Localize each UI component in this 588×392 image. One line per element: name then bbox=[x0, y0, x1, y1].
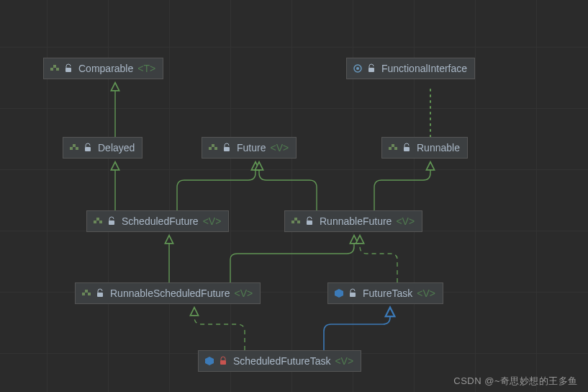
node-label: Delayed bbox=[98, 142, 135, 153]
interface-icon bbox=[291, 216, 301, 226]
svg-rect-26 bbox=[307, 220, 312, 225]
node-runnable-future[interactable]: RunnableFuture<V> bbox=[284, 210, 422, 232]
node-generic: <T> bbox=[137, 63, 155, 74]
svg-rect-30 bbox=[97, 293, 103, 297]
node-delayed[interactable]: Delayed bbox=[63, 137, 143, 159]
interface-icon bbox=[50, 63, 60, 74]
svg-rect-28 bbox=[85, 290, 88, 293]
svg-rect-18 bbox=[404, 147, 410, 151]
node-label: RunnableScheduledFuture bbox=[110, 288, 230, 299]
node-generic: <V> bbox=[270, 142, 289, 153]
class-icon bbox=[204, 356, 214, 366]
svg-point-5 bbox=[356, 67, 359, 70]
node-label: Future bbox=[237, 142, 266, 153]
svg-rect-31 bbox=[350, 293, 356, 297]
svg-rect-14 bbox=[224, 147, 230, 151]
node-runnable[interactable]: Runnable bbox=[381, 137, 468, 159]
svg-rect-2 bbox=[56, 68, 59, 71]
svg-rect-24 bbox=[294, 218, 297, 220]
svg-rect-0 bbox=[50, 68, 53, 71]
svg-rect-19 bbox=[94, 220, 96, 223]
unlock-icon bbox=[83, 143, 94, 153]
unlock-icon bbox=[348, 288, 358, 298]
node-scheduled-future-task[interactable]: ScheduledFutureTask<V> bbox=[198, 350, 361, 372]
node-comparable[interactable]: Comparable<T> bbox=[43, 58, 163, 79]
node-label: ScheduledFutureTask bbox=[233, 355, 330, 367]
svg-rect-29 bbox=[88, 293, 91, 295]
node-label: RunnableFuture bbox=[320, 215, 392, 227]
unlock-icon bbox=[305, 216, 315, 226]
node-label: Comparable bbox=[78, 63, 133, 74]
node-functional-interface[interactable]: FunctionalInterface bbox=[346, 58, 475, 79]
svg-rect-13 bbox=[214, 147, 217, 150]
class-icon bbox=[334, 288, 344, 298]
node-label: ScheduledFuture bbox=[122, 215, 199, 227]
svg-rect-3 bbox=[65, 68, 71, 72]
svg-rect-7 bbox=[70, 147, 73, 150]
svg-rect-32 bbox=[220, 360, 226, 365]
interface-icon bbox=[81, 288, 91, 298]
unlock-icon bbox=[367, 63, 377, 74]
unlock-icon bbox=[64, 63, 74, 74]
node-label: Runnable bbox=[417, 142, 460, 153]
svg-rect-25 bbox=[297, 220, 300, 223]
svg-rect-23 bbox=[291, 220, 294, 223]
svg-rect-12 bbox=[212, 144, 214, 147]
svg-rect-16 bbox=[392, 144, 394, 147]
node-label: FunctionalInterface bbox=[381, 63, 467, 74]
node-future-task[interactable]: FutureTask<V> bbox=[327, 282, 443, 304]
svg-rect-17 bbox=[394, 147, 397, 150]
svg-rect-11 bbox=[209, 147, 212, 150]
svg-rect-6 bbox=[368, 68, 374, 72]
svg-rect-21 bbox=[99, 220, 102, 223]
svg-rect-22 bbox=[109, 220, 114, 225]
node-generic: <V> bbox=[203, 215, 222, 227]
lock-icon bbox=[219, 356, 229, 366]
unlock-icon bbox=[402, 143, 412, 153]
svg-rect-15 bbox=[389, 147, 392, 150]
node-generic: <V> bbox=[335, 355, 353, 367]
unlock-icon bbox=[96, 288, 106, 298]
interface-icon bbox=[93, 216, 103, 226]
annotation-icon bbox=[353, 63, 363, 74]
unlock-icon bbox=[222, 143, 232, 153]
interface-icon bbox=[208, 143, 218, 153]
svg-rect-9 bbox=[76, 147, 78, 150]
node-generic: <V> bbox=[235, 288, 253, 299]
node-scheduled-future[interactable]: ScheduledFuture<V> bbox=[86, 210, 229, 232]
svg-rect-20 bbox=[96, 218, 99, 220]
svg-rect-8 bbox=[73, 144, 76, 147]
interface-icon bbox=[388, 143, 398, 153]
svg-rect-10 bbox=[85, 147, 91, 151]
svg-rect-27 bbox=[82, 293, 85, 295]
watermark-text: CSDN @~奇思妙想的王多鱼 bbox=[453, 375, 578, 388]
node-generic: <V> bbox=[417, 288, 435, 299]
node-future[interactable]: Future<V> bbox=[202, 137, 297, 159]
unlock-icon bbox=[107, 216, 117, 226]
node-runnable-scheduled-future[interactable]: RunnableScheduledFuture<V> bbox=[75, 282, 261, 304]
node-label: FutureTask bbox=[363, 288, 412, 299]
node-generic: <V> bbox=[396, 215, 415, 227]
svg-rect-1 bbox=[53, 65, 56, 68]
interface-icon bbox=[69, 143, 79, 153]
